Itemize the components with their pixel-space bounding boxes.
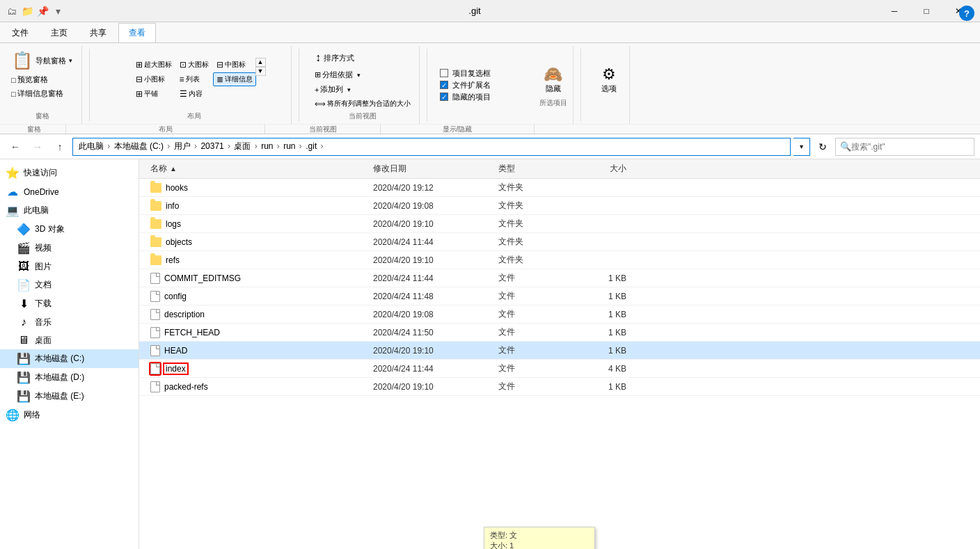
table-row[interactable]: index 2020/4/24 11:44 文件 4 KB: [139, 360, 980, 378]
add-column-button[interactable]: + 添加列 ▾: [312, 83, 413, 96]
layout-scroll-up[interactable]: ▲: [255, 58, 266, 67]
sidebar-item-local-d[interactable]: 💾 本地磁盘 (D:): [0, 368, 139, 387]
file-name-label: description: [164, 310, 205, 319]
table-row[interactable]: packed-refs 2020/4/20 19:10 文件 1 KB: [139, 378, 980, 396]
sort-by-button[interactable]: ↕ 排序方式: [312, 49, 413, 67]
back-button[interactable]: ←: [6, 137, 25, 157]
tab-view[interactable]: 查看: [118, 23, 156, 42]
hide-button[interactable]: 🙈 隐藏: [539, 63, 567, 97]
up-button[interactable]: ↑: [50, 137, 70, 157]
address-dropdown[interactable]: ▾: [793, 138, 810, 156]
forward-button[interactable]: →: [28, 137, 47, 157]
sidebar-item-pictures[interactable]: 🖼 图片: [0, 257, 139, 276]
sidebar-item-local-e[interactable]: 💾 本地磁盘 (E:): [0, 387, 139, 406]
file-name-logs: logs: [145, 219, 368, 229]
table-row[interactable]: hooks 2020/4/20 19:12 文件夹: [139, 179, 980, 197]
table-row[interactable]: objects 2020/4/24 11:44 文件夹: [139, 233, 980, 251]
col-header-type[interactable]: 类型: [493, 163, 576, 175]
table-row[interactable]: description 2020/4/20 19:08 文件 1 KB: [139, 305, 980, 324]
file-name-label: config: [164, 292, 187, 301]
minimize-button[interactable]: ─: [878, 0, 910, 22]
ribbon-group-options: ⚙ 选项 选项: [588, 46, 630, 124]
dropdown-title-icon[interactable]: ▾: [52, 6, 64, 17]
view-medium-button[interactable]: ⊟ 中图标: [213, 58, 256, 72]
view-extra-large-button[interactable]: ⊞ 超大图标: [132, 58, 175, 72]
search-input[interactable]: [851, 142, 970, 152]
sidebar-item-this-pc[interactable]: 💻 此电脑: [0, 201, 139, 220]
view-list-button[interactable]: ≡ 列表: [176, 72, 212, 86]
preview-pane-button[interactable]: □ 预览窗格: [8, 73, 76, 86]
adjust-columns-button[interactable]: ⟺ 将所有列调整为合适的大小: [312, 97, 413, 110]
layout-scroll-down[interactable]: ▼: [255, 67, 266, 76]
video-label: 视频: [35, 242, 52, 254]
file-size-config: 1 KB: [576, 292, 632, 301]
desktop-icon: 🖥: [17, 334, 31, 347]
table-row[interactable]: FETCH_HEAD 2020/4/24 11:50 文件 1 KB: [139, 324, 980, 342]
view-large-icon: ⊡: [180, 60, 187, 70]
item-checkbox-row[interactable]: 项目复选框: [440, 68, 524, 79]
sidebar-item-local-c[interactable]: 💾 本地磁盘 (C:): [0, 349, 139, 368]
table-row[interactable]: config 2020/4/24 11:48 文件 1 KB: [139, 287, 980, 305]
view-details-label: 详细信息: [225, 74, 253, 84]
preview-icon: □: [11, 76, 16, 84]
sep3: [427, 49, 427, 121]
view-list-icon: ≡: [180, 74, 184, 84]
view-tiles-icon: ⊞: [136, 89, 143, 99]
table-row[interactable]: HEAD 2020/4/20 19:10 文件 1 KB: [139, 342, 980, 360]
refresh-button[interactable]: ↻: [813, 137, 832, 157]
table-row[interactable]: refs 2020/4/20 19:10 文件夹: [139, 251, 980, 269]
col-header-date[interactable]: 修改日期: [368, 163, 493, 175]
file-icon-description: [150, 309, 160, 320]
tab-file[interactable]: 文件: [1, 23, 39, 42]
view-large-button[interactable]: ⊡ 大图标: [176, 58, 212, 72]
ribbon-content: 📋 导航窗格 ▾ □ 预览窗格 □ 详细信息窗格 窗格: [0, 43, 980, 124]
sidebar-item-documents[interactable]: 📄 文档: [0, 276, 139, 294]
file-type-config: 文件: [493, 290, 576, 302]
sidebar-item-desktop[interactable]: 🖥 桌面: [0, 331, 139, 349]
tab-share[interactable]: 共享: [79, 23, 117, 42]
search-box[interactable]: 🔍: [835, 138, 974, 156]
view-tiles-button[interactable]: ⊞ 平铺: [132, 87, 175, 101]
folder-icon-logs: [150, 219, 161, 229]
tab-home[interactable]: 主页: [40, 23, 78, 42]
options-button[interactable]: ⚙ 选项: [596, 63, 622, 97]
col-header-size[interactable]: 大小: [576, 163, 632, 175]
file-extensions-row[interactable]: ✓ 文件扩展名: [440, 80, 524, 90]
sort-icon: ↕: [315, 51, 321, 64]
tooltip-size-row: 大小: 1: [490, 541, 589, 549]
view-details-button[interactable]: ≣ 详细信息: [213, 72, 256, 86]
hidden-items-row[interactable]: ✓ 隐藏的项目: [440, 92, 524, 102]
help-icon[interactable]: ?: [959, 6, 974, 21]
local-e-icon: 💾: [17, 390, 31, 403]
documents-label: 文档: [35, 279, 52, 291]
sidebar-item-3d-objects[interactable]: 🔷 3D 对象: [0, 220, 139, 239]
sidebar-item-network[interactable]: 🌐 网络: [0, 406, 139, 424]
view-medium-icon: ⊟: [216, 60, 223, 70]
group-by-button[interactable]: ⊞ 分组依据 ▾: [312, 68, 413, 81]
folder-icon-objects: [150, 237, 161, 247]
maximize-button[interactable]: □: [910, 0, 942, 22]
details-pane-button[interactable]: □ 详细信息窗格: [8, 87, 76, 100]
view-small-button[interactable]: ⊟ 小图标: [132, 72, 175, 86]
address-path[interactable]: 此电脑 › 本地磁盘 (C:) › 用户 › 20371 › 桌面 › run …: [72, 138, 791, 156]
sidebar-item-music[interactable]: ♪ 音乐: [0, 313, 139, 331]
col-header-name[interactable]: 名称 ▲: [145, 163, 368, 175]
file-type-logs: 文件夹: [493, 218, 576, 230]
table-row[interactable]: logs 2020/4/20 19:10 文件夹: [139, 215, 980, 233]
sidebar-item-quick-access[interactable]: ⭐ 快速访问: [0, 164, 139, 182]
table-row[interactable]: COMMIT_EDITMSG 2020/4/24 11:44 文件 1 KB: [139, 269, 980, 287]
nav-pane-button[interactable]: 📋 导航窗格 ▾: [8, 49, 76, 72]
sidebar-item-downloads[interactable]: ⬇ 下载: [0, 294, 139, 313]
local-d-icon: 💾: [17, 371, 31, 384]
sidebar-item-onedrive[interactable]: ☁ OneDrive: [0, 182, 139, 201]
file-name-packed-refs: packed-refs: [145, 381, 368, 392]
view-list-label: 列表: [186, 74, 200, 84]
current-view-label: 当前视图: [349, 110, 377, 121]
table-row[interactable]: info 2020/4/20 19:08 文件夹: [139, 197, 980, 215]
file-name-label: info: [166, 201, 179, 211]
file-size-description: 1 KB: [576, 310, 632, 319]
view-extra-large-label: 超大图标: [144, 60, 172, 70]
file-name-commit: COMMIT_EDITMSG: [145, 273, 368, 284]
sidebar-item-video[interactable]: 🎬 视频: [0, 239, 139, 257]
view-content-button[interactable]: ☰ 内容: [176, 87, 212, 101]
